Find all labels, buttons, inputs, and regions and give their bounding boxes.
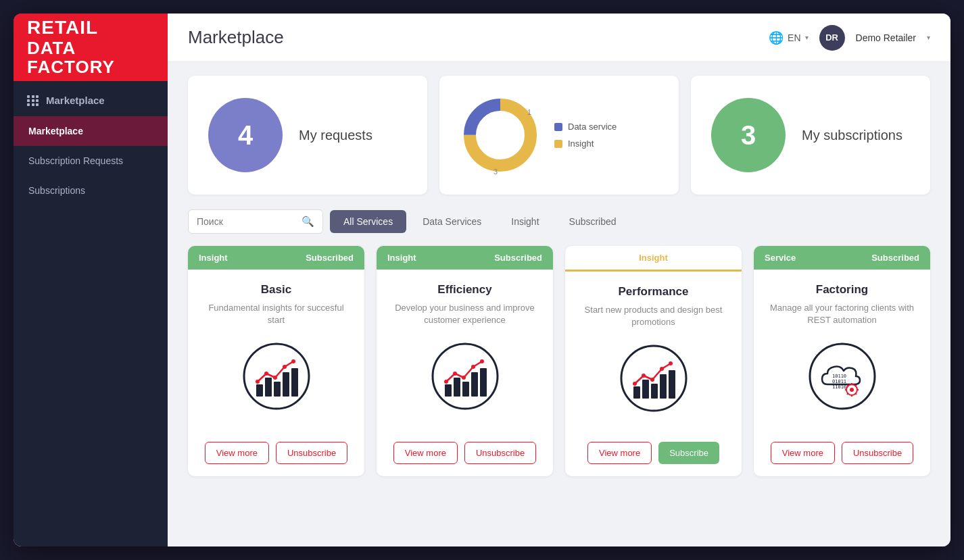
svg-rect-29 <box>651 384 658 399</box>
card-performance-type: Insight <box>639 253 668 263</box>
card-basic-title: Basic <box>261 283 291 297</box>
logo-area: RETAIL DATA FACTORY <box>14 14 168 81</box>
svg-rect-18 <box>462 382 469 397</box>
lang-selector[interactable]: 🌐 EN ▾ <box>769 30 808 45</box>
chevron-down-icon: ▾ <box>805 34 809 41</box>
card-efficiency: Insight Subscribed Efficiency Develop yo… <box>377 246 553 476</box>
svg-point-34 <box>650 378 654 382</box>
svg-point-32 <box>633 382 637 386</box>
card-efficiency-title: Efficiency <box>437 283 491 297</box>
svg-rect-17 <box>454 378 460 397</box>
search-box[interactable]: 🔍 <box>188 209 323 234</box>
sidebar: RETAIL DATA FACTORY Marketplace Marketpl… <box>14 14 168 546</box>
card-basic-desc: Fundamental insights for succesful start <box>199 302 354 326</box>
requests-circle: 4 <box>208 98 283 172</box>
filter-tabs: All Services Data Services Insight Subsc… <box>330 210 630 233</box>
card-basic-unsubscribe[interactable]: Unsubscribe <box>276 442 347 464</box>
legend-dot-data-service <box>554 123 562 131</box>
cards-grid: Insight Subscribed Basic Fundamental ins… <box>188 246 930 476</box>
card-efficiency-body: Efficiency Develop your business and imp… <box>377 270 553 442</box>
filter-bar: 🔍 All Services Data Services Insight Sub… <box>188 209 930 234</box>
svg-point-22 <box>453 372 457 376</box>
svg-point-13 <box>283 365 287 369</box>
card-performance-header: Insight <box>565 246 742 272</box>
svg-rect-16 <box>445 384 452 397</box>
stat-card-subscriptions: 3 My subscriptions <box>691 76 930 195</box>
card-factoring-status: Subscribed <box>871 253 919 263</box>
card-efficiency-desc: Develop your business and improve custom… <box>387 302 542 326</box>
svg-text:01011: 01011 <box>832 379 846 384</box>
donut-container: 3 1 Data service Insight <box>460 95 617 176</box>
chart-icon-3 <box>620 345 688 412</box>
subscriptions-circle: 3 <box>711 98 786 172</box>
card-basic-view-more[interactable]: View more <box>205 442 269 464</box>
card-basic-status: Subscribed <box>306 253 354 263</box>
card-performance-view-more[interactable]: View more <box>587 442 652 464</box>
card-performance: Insight Performance Start new products a… <box>565 246 742 476</box>
svg-point-23 <box>462 376 466 380</box>
svg-point-21 <box>444 380 448 384</box>
tab-subscribed[interactable]: Subscribed <box>556 210 630 233</box>
svg-point-42 <box>850 388 854 392</box>
user-name[interactable]: Demo Retailer <box>856 32 916 43</box>
svg-rect-8 <box>283 372 289 397</box>
stat-card-requests: 4 My requests <box>188 76 427 195</box>
card-performance-subscribe[interactable]: Subscribe <box>658 442 719 464</box>
sidebar-item-subscription-requests[interactable]: Subscription Requests <box>14 146 168 176</box>
legend-insight: Insight <box>554 138 617 149</box>
sidebar-menu: Marketplace Subscription Requests Subscr… <box>14 116 168 205</box>
card-basic-icon <box>243 342 310 413</box>
svg-line-49 <box>847 393 848 394</box>
svg-text:11010: 11010 <box>832 384 846 390</box>
card-basic-type: Insight <box>199 253 228 263</box>
svg-rect-5 <box>256 384 263 397</box>
card-efficiency-type: Insight <box>387 253 416 263</box>
svg-point-33 <box>642 374 646 378</box>
subscriptions-label: My subscriptions <box>802 126 902 144</box>
globe-icon: 🌐 <box>769 30 784 45</box>
sidebar-item-marketplace[interactable]: Marketplace <box>14 116 168 146</box>
logo-line2: DATA <box>27 39 115 58</box>
sidebar-item-subscriptions[interactable]: Subscriptions <box>14 176 168 205</box>
search-input[interactable] <box>197 216 296 227</box>
svg-line-48 <box>855 393 857 394</box>
svg-point-35 <box>660 367 664 371</box>
svg-point-36 <box>669 361 673 365</box>
avatar: DR <box>819 25 845 51</box>
header: Marketplace 🌐 EN ▾ DR Demo Retailer ▾ <box>168 14 950 62</box>
card-efficiency-icon <box>431 342 499 413</box>
svg-rect-30 <box>660 374 667 399</box>
tab-data-services[interactable]: Data Services <box>409 210 495 233</box>
svg-text:1: 1 <box>527 108 531 116</box>
page-body: 4 My requests 3 1 <box>168 62 950 546</box>
card-factoring-unsubscribe[interactable]: Unsubscribe <box>842 442 913 464</box>
svg-rect-20 <box>480 368 487 397</box>
app-container: RETAIL DATA FACTORY Marketplace Marketpl… <box>14 14 950 546</box>
grid-icon <box>27 95 39 106</box>
card-efficiency-footer: View more Unsubscribe <box>377 442 553 476</box>
card-factoring-type: Service <box>765 253 796 263</box>
card-basic: Insight Subscribed Basic Fundamental ins… <box>188 246 364 476</box>
svg-rect-7 <box>274 382 281 397</box>
svg-rect-31 <box>669 370 675 399</box>
search-icon: 🔍 <box>302 215 314 228</box>
tab-insight[interactable]: Insight <box>498 210 552 233</box>
svg-point-14 <box>291 359 295 363</box>
card-performance-body: Performance Start new products and desig… <box>565 272 742 442</box>
card-performance-footer: View more Subscribe <box>565 442 742 476</box>
donut-chart: 3 1 <box>460 95 541 176</box>
svg-point-11 <box>264 372 268 376</box>
svg-text:10110: 10110 <box>832 374 846 379</box>
card-factoring-desc: Manage all your factoring clients with R… <box>765 302 919 326</box>
stats-row: 4 My requests 3 1 <box>188 76 930 195</box>
card-performance-desc: Start new products and design best promo… <box>576 304 731 328</box>
card-factoring-icon: 10110 01011 11010 <box>809 342 876 413</box>
card-basic-footer: View more Unsubscribe <box>188 442 364 476</box>
card-factoring-view-more[interactable]: View more <box>771 442 835 464</box>
card-efficiency-status: Subscribed <box>494 253 542 263</box>
card-efficiency-unsubscribe[interactable]: Unsubscribe <box>464 442 536 464</box>
card-basic-header: Insight Subscribed <box>188 246 364 270</box>
tab-all-services[interactable]: All Services <box>330 210 406 233</box>
svg-point-12 <box>273 376 277 380</box>
card-efficiency-view-more[interactable]: View more <box>393 442 458 464</box>
